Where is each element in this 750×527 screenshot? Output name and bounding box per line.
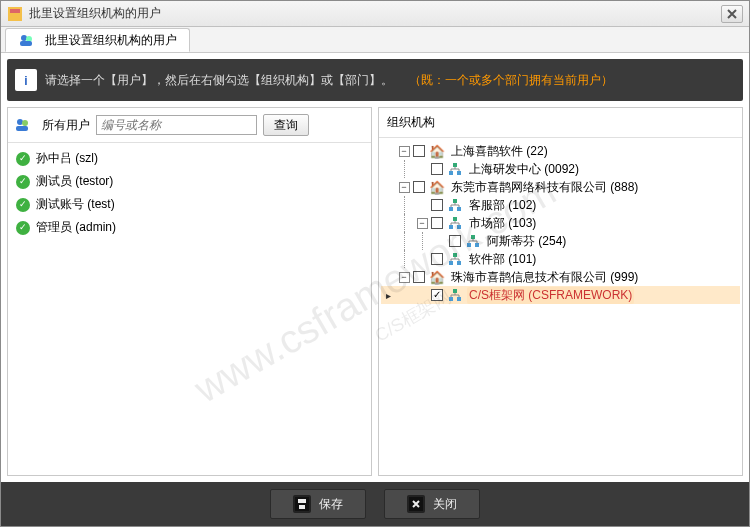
hint-main: 请选择一个【用户】，然后在右侧勾选【组织机构】或【部门】。 [45,72,393,89]
check-icon: ✓ [16,152,30,166]
expand-toggle[interactable]: − [399,146,410,157]
svg-rect-27 [457,297,461,301]
user-row[interactable]: ✓ 测试员 (testor) [8,170,371,193]
app-icon [7,6,23,22]
tree-node[interactable]: 软件部 (101) [381,250,740,268]
svg-rect-13 [453,199,457,203]
node-label: 珠海市喜鹊信息技术有限公司 (999) [449,269,640,286]
svg-text:i: i [24,74,27,88]
all-users-label: 所有用户 [42,117,90,134]
close-label: 关闭 [433,496,457,513]
close-icon [407,495,425,513]
tree-node[interactable]: − 🏠 东莞市喜鹊网络科技有限公司 (888) [381,178,740,196]
check-icon: ✓ [16,221,30,235]
dialog-window: 批里设置组织机构的用户 批里设置组织机构的用户 i 请选择一个【用户】，然后在右… [0,0,750,527]
house-icon: 🏠 [429,143,445,159]
search-input[interactable] [96,115,257,135]
tree-node-selected[interactable]: ▸ ✓ C/S框架网 (CSFRAMEWORK) [381,286,740,304]
checkbox[interactable] [413,181,425,193]
node-label: 客服部 (102) [467,197,538,214]
close-icon [727,9,737,19]
svg-rect-29 [298,499,306,503]
checkbox[interactable] [413,271,425,283]
tree-node[interactable]: − 🏠 上海喜鹊软件 (22) [381,142,740,160]
user-row[interactable]: ✓ 测试账号 (test) [8,193,371,216]
tree-node[interactable]: 阿斯蒂芬 (254) [381,232,740,250]
svg-rect-4 [20,41,32,46]
save-label: 保存 [319,496,343,513]
house-icon: 🏠 [429,269,445,285]
expand-toggle[interactable]: − [399,272,410,283]
user-label: 管理员 (admin) [36,219,116,236]
svg-rect-10 [453,163,457,167]
node-label: 东莞市喜鹊网络科技有限公司 (888) [449,179,640,196]
checkbox[interactable] [449,235,461,247]
close-button[interactable]: 关闭 [384,489,480,519]
search-button[interactable]: 查询 [263,114,309,136]
window-title: 批里设置组织机构的用户 [29,5,721,22]
search-row: 所有用户 查询 [8,108,371,143]
checkbox[interactable] [431,163,443,175]
org-icon [447,197,463,213]
user-label: 孙中吕 (szl) [36,150,98,167]
org-panel: 组织机构 − 🏠 上海喜鹊软件 (22) 上海研发中心 ( [378,107,743,476]
users-panel: 所有用户 查询 ✓ 孙中吕 (szl) ✓ 测试员 (testor) ✓ 测试账… [7,107,372,476]
tree-node[interactable]: − 市场部 (103) [381,214,740,232]
info-bar: i 请选择一个【用户】，然后在右侧勾选【组织机构】或【部门】。 （既：一个或多个… [7,59,743,101]
checkbox[interactable] [413,145,425,157]
expand-toggle[interactable]: − [399,182,410,193]
users-icon [14,117,30,133]
node-label: 上海研发中心 (0092) [467,161,581,178]
tab-label: 批里设置组织机构的用户 [45,32,177,49]
house-icon: 🏠 [429,179,445,195]
check-icon: ✓ [16,198,30,212]
save-icon [293,495,311,513]
user-list: ✓ 孙中吕 (szl) ✓ 测试员 (testor) ✓ 测试账号 (test)… [8,143,371,475]
check-icon: ✓ [16,175,30,189]
content-area: 所有用户 查询 ✓ 孙中吕 (szl) ✓ 测试员 (testor) ✓ 测试账… [7,107,743,476]
expand-toggle[interactable]: − [417,218,428,229]
titlebar: 批里设置组织机构的用户 [1,1,749,27]
svg-rect-11 [449,171,453,175]
current-row-indicator-icon: ▸ [381,290,395,301]
node-label: 阿斯蒂芬 (254) [485,233,568,250]
tab-main[interactable]: 批里设置组织机构的用户 [5,28,190,52]
user-label: 测试员 (testor) [36,173,113,190]
svg-rect-1 [10,9,20,13]
svg-rect-9 [16,126,28,131]
checkbox[interactable]: ✓ [431,289,443,301]
tabstrip: 批里设置组织机构的用户 [1,27,749,53]
checkbox[interactable] [431,217,443,229]
hint-extra: （既：一个或多个部门拥有当前用户） [409,72,613,89]
org-icon [465,233,481,249]
org-tree: − 🏠 上海喜鹊软件 (22) 上海研发中心 (0092) [379,138,742,475]
svg-rect-23 [449,261,453,265]
svg-rect-25 [453,289,457,293]
svg-rect-16 [453,217,457,221]
tree-node[interactable]: − 🏠 珠海市喜鹊信息技术有限公司 (999) [381,268,740,286]
window-close-button[interactable] [721,5,743,23]
svg-rect-17 [449,225,453,229]
user-row[interactable]: ✓ 孙中吕 (szl) [8,147,371,170]
checkbox[interactable] [431,253,443,265]
info-icon: i [15,69,37,91]
node-label: 市场部 (103) [467,215,538,232]
tree-node[interactable]: 上海研发中心 (0092) [381,160,740,178]
footer: 保存 关闭 [1,482,749,526]
user-label: 测试账号 (test) [36,196,115,213]
svg-rect-24 [457,261,461,265]
svg-rect-15 [457,207,461,211]
svg-rect-26 [449,297,453,301]
svg-rect-21 [475,243,479,247]
users-icon [18,32,34,48]
user-row[interactable]: ✓ 管理员 (admin) [8,216,371,239]
node-label: C/S框架网 (CSFRAMEWORK) [467,287,634,304]
save-button[interactable]: 保存 [270,489,366,519]
svg-point-7 [17,119,23,125]
svg-rect-18 [457,225,461,229]
node-label: 软件部 (101) [467,251,538,268]
svg-point-8 [22,120,28,126]
tree-node[interactable]: 客服部 (102) [381,196,740,214]
checkbox[interactable] [431,199,443,211]
svg-rect-22 [453,253,457,257]
